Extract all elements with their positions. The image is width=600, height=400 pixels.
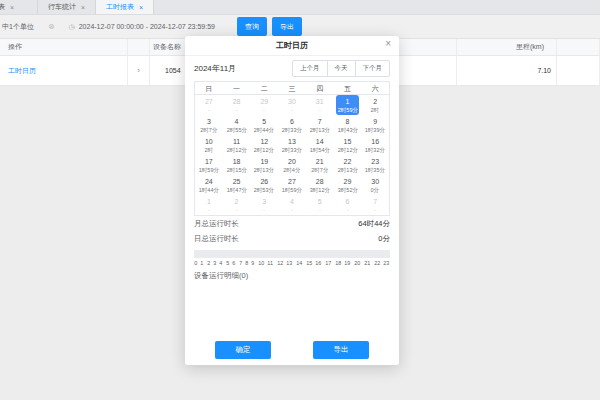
tab-driving-stats[interactable]: 行车统计 × <box>38 0 96 14</box>
calendar-day-cell[interactable]: 192时13分 <box>250 155 278 175</box>
tab-close-icon[interactable]: × <box>81 4 85 11</box>
prev-month-button[interactable]: 上个月 <box>292 60 328 77</box>
query-button[interactable]: 查询 <box>237 17 267 36</box>
date-range-input[interactable]: 2024-12-07 00:00:00 - 2024-12-07 23:59:5… <box>79 23 215 30</box>
calendar-day-cell[interactable]: 30- <box>278 95 306 115</box>
current-month-label: 2024年11月 <box>194 63 236 74</box>
calendar-day-cell[interactable]: 112时12分 <box>223 135 251 155</box>
today-button[interactable]: 今天 <box>327 60 356 77</box>
timeline-hour-label: 21 <box>364 260 370 265</box>
calendar-day-cell[interactable]: 42时55分 <box>223 115 251 135</box>
calendar-day-cell[interactable]: 262时53分 <box>250 175 278 195</box>
timeline-hour-label: 22 <box>374 260 380 265</box>
timeline-hour-label: 14 <box>296 260 302 265</box>
timeline-hour-label: 3 <box>213 260 216 265</box>
timeline-hour-label: 16 <box>316 260 322 265</box>
calendar-day-cell[interactable]: 231时35分 <box>361 155 389 175</box>
month-total-value: 64时44分 <box>358 219 390 229</box>
worktime-calendar-link[interactable]: 工时日历 <box>8 66 36 76</box>
timeline-hour-label: 9 <box>251 260 254 265</box>
worktime-calendar-dialog: 工时日历 × 2024年11月 上个月 今天 下个月 日 一 二 三 四 五 六… <box>185 36 399 365</box>
calendar-day-cell[interactable]: 161时32分 <box>361 135 389 155</box>
clock-icon: ◷ <box>69 23 75 31</box>
tab-report-clipped[interactable]: 报表 × <box>0 0 38 14</box>
calendar-day-cell[interactable]: 212时7分 <box>306 155 334 175</box>
timeline-hour-label: 0 <box>194 260 197 265</box>
dialog-title: 工时日历 <box>276 40 308 51</box>
calendar-day-cell[interactable]: 152时12分 <box>334 135 362 155</box>
header-expand <box>128 39 150 55</box>
calendar-weekday-row: 日 一 二 三 四 五 六 <box>195 82 389 95</box>
calendar-day-cell[interactable]: 5- <box>306 195 334 215</box>
timeline-hour-label: 18 <box>335 260 341 265</box>
clear-selection-icon[interactable]: ⊗ <box>48 22 55 31</box>
calendar-day-cell[interactable]: 27- <box>195 95 223 115</box>
calendar-day-cell[interactable]: 141时54分 <box>306 135 334 155</box>
calendar-day-cell[interactable]: 2- <box>223 195 251 215</box>
calendar-day-cell[interactable]: 91时39分 <box>361 115 389 135</box>
timeline-hour-label: 6 <box>232 260 235 265</box>
device-detail-label: 设备运行明细(0) <box>194 271 390 281</box>
calendar-day-cell[interactable]: 171时59分 <box>195 155 223 175</box>
timeline-hour-label: 11 <box>268 260 274 265</box>
calendar-day-cell[interactable]: 202时4分 <box>278 155 306 175</box>
tab-bar: 报表 × 行车统计 × 工时报表 × <box>0 0 600 15</box>
dialog-close-icon[interactable]: × <box>385 39 391 49</box>
dialog-body: 2024年11月 上个月 今天 下个月 日 一 二 三 四 五 六 27-28-… <box>185 56 399 365</box>
weekday-label: 日 <box>195 82 223 95</box>
header-mileage: 里程(km) <box>457 39 557 55</box>
calendar-day-cell[interactable]: 271时59分 <box>278 175 306 195</box>
timeline-hour-label: 7 <box>239 260 242 265</box>
calendar-day-cell[interactable]: 293时52分 <box>334 175 362 195</box>
calendar-day-cell[interactable]: 7- <box>361 195 389 215</box>
export-button[interactable]: 导出 <box>272 17 302 36</box>
month-nav-group: 上个月 今天 下个月 <box>292 60 390 77</box>
calendar-day-cell[interactable]: 241时44分 <box>195 175 223 195</box>
calendar-day-cell[interactable]: 222时13分 <box>334 155 362 175</box>
calendar-day-cell[interactable]: 28- <box>223 95 251 115</box>
calendar-day-cell[interactable]: 32时7分 <box>195 115 223 135</box>
dialog-footer: 确定 导出 <box>194 341 390 362</box>
confirm-button[interactable]: 确定 <box>215 341 271 359</box>
timeline-hour-label: 8 <box>245 260 248 265</box>
calendar-day-cell[interactable]: 81时43分 <box>334 115 362 135</box>
calendar-day-cell[interactable]: 31- <box>306 95 334 115</box>
header-spacer <box>557 39 600 55</box>
calendar-day-cell[interactable]: 122时12分 <box>250 135 278 155</box>
calendar-day-cell[interactable]: 102时 <box>195 135 223 155</box>
timeline-hour-label: 4 <box>220 260 223 265</box>
calendar-day-cell[interactable]: 3- <box>250 195 278 215</box>
row-expand-icon[interactable]: › <box>128 66 149 75</box>
tab-close-icon[interactable]: × <box>10 4 14 11</box>
header-action: 操作 <box>0 39 128 55</box>
calendar-grid: 27-28-29-30-31-12时59分22时32时7分42时55分52时44… <box>195 95 389 215</box>
calendar-day-cell[interactable]: 6- <box>334 195 362 215</box>
calendar-day-cell[interactable]: 1- <box>195 195 223 215</box>
calendar-day-cell[interactable]: 22时 <box>361 95 389 115</box>
timeline-hour-label: 23 <box>384 260 390 265</box>
timeline-hour-label: 20 <box>355 260 361 265</box>
timeline-hour-label: 5 <box>226 260 229 265</box>
tab-worktime-report[interactable]: 工时报表 × <box>96 0 154 14</box>
dialog-export-button[interactable]: 导出 <box>313 341 369 359</box>
calendar-day-cell[interactable]: 12时59分 <box>336 95 360 115</box>
calendar-day-cell[interactable]: 132时33分 <box>278 135 306 155</box>
filter-toolbar: 中1个单位 ⊗ ◷ 2024-12-07 00:00:00 - 2024-12-… <box>0 15 600 38</box>
calendar-day-cell[interactable]: 4- <box>278 195 306 215</box>
month-total-label: 月总运行时长 <box>194 219 239 229</box>
weekday-label: 三 <box>278 82 306 95</box>
calendar-day-cell[interactable]: 29- <box>250 95 278 115</box>
timeline-hour-label: 10 <box>258 260 264 265</box>
calendar-day-cell[interactable]: 72时13分 <box>306 115 334 135</box>
timeline-hour-label: 19 <box>345 260 351 265</box>
tab-close-icon[interactable]: × <box>139 4 143 11</box>
calendar-day-cell[interactable]: 182时15分 <box>223 155 251 175</box>
calendar-day-cell[interactable]: 62时33分 <box>278 115 306 135</box>
day-total-label: 日总运行时长 <box>194 234 239 244</box>
month-nav-row: 2024年11月 上个月 今天 下个月 <box>194 60 390 77</box>
next-month-button[interactable]: 下个月 <box>355 60 391 77</box>
calendar-day-cell[interactable]: 251时47分 <box>223 175 251 195</box>
calendar-day-cell[interactable]: 300分 <box>361 175 389 195</box>
calendar-day-cell[interactable]: 283时12分 <box>306 175 334 195</box>
calendar-day-cell[interactable]: 52时44分 <box>250 115 278 135</box>
